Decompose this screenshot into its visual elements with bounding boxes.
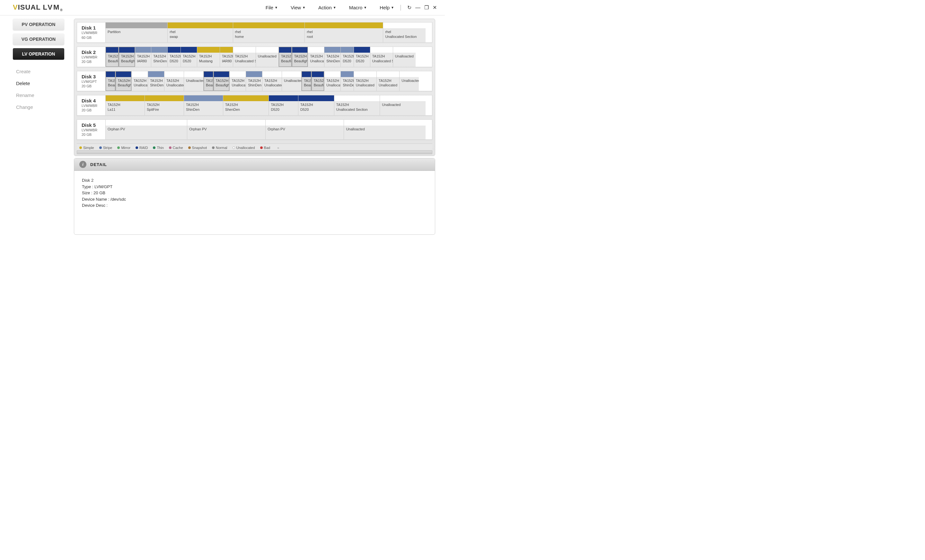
action-delete[interactable]: Delete <box>16 77 69 89</box>
segment[interactable]: TA152HUnallocated <box>262 71 282 91</box>
action-create[interactable]: Create <box>16 66 69 77</box>
segment[interactable]: TA152HShinDen <box>340 71 354 91</box>
action-change[interactable]: Change <box>16 101 69 113</box>
close-icon[interactable]: ✕ <box>432 5 437 11</box>
legend-raid: RAID <box>136 146 148 150</box>
segment[interactable]: TA152HD520 <box>181 47 197 67</box>
segment[interactable]: Unalloacted <box>256 47 279 67</box>
segment[interactable]: Unalloacted <box>380 95 425 115</box>
segment[interactable]: TA152HD520 <box>340 47 354 67</box>
segment[interactable]: TA152HShinDen <box>184 95 223 115</box>
detail-line: Disk 2 <box>82 177 427 184</box>
segment[interactable]: Unalloacted <box>399 71 419 91</box>
segment[interactable]: Unalloacted <box>393 47 416 67</box>
segment[interactable]: TA152HUnallocated <box>354 71 377 91</box>
menu-bar: File▼View▼Action▼Macro▼Help▼ ↻ — ❐ ✕ <box>266 5 437 11</box>
segment[interactable]: TA152HD520 <box>268 95 298 115</box>
segment[interactable]: TA152HBeaufighter <box>279 47 292 67</box>
segment[interactable]: TA152HShinDen <box>148 71 164 91</box>
disk-row-2: Disk 2LVM/MBR20 GBTA152HBeaufighterTA152… <box>77 47 432 67</box>
segment[interactable]: rhelUnallocated Section <box>383 23 425 42</box>
segment[interactable]: TA152HUnallocated Section <box>370 47 393 67</box>
segment[interactable]: TA152HUnallocated Section <box>233 47 256 67</box>
segment[interactable]: Orphan PV <box>187 120 265 140</box>
segment[interactable]: TA152HMustang <box>197 47 220 67</box>
segment[interactable]: Partition <box>105 23 167 42</box>
disk-label[interactable]: Disk 1LVM/MBR60 GB <box>77 23 105 42</box>
logo-isual: ISUAL <box>18 3 41 11</box>
disk-row-5: Disk 5LVM/MBR20 GBOrphan PVOrphan PVOrph… <box>77 119 432 140</box>
segment[interactable]: TA152HBeaufighter <box>105 47 119 67</box>
segment[interactable]: TA152HIAR80 <box>220 47 233 67</box>
menu-action[interactable]: Action▼ <box>318 5 336 10</box>
segment[interactable]: Unalloacted <box>184 71 203 91</box>
detail-body: Disk 2Type : LVM/GPTSize : 20 GBDevice N… <box>74 171 435 215</box>
disk-label[interactable]: Disk 3LVM/GPT20 GB <box>77 71 105 91</box>
legend-cache: Cache <box>169 146 183 150</box>
disk-label[interactable]: Disk 4LVM/MBR20 GB <box>77 95 105 115</box>
segment[interactable]: TA152HBeaufighter <box>203 71 213 91</box>
segment[interactable]: Unalloacted <box>282 71 301 91</box>
segment[interactable]: TA152HUnallocated <box>324 71 340 91</box>
segment[interactable]: rhelroot <box>304 23 383 42</box>
menu-view[interactable]: View▼ <box>291 5 306 10</box>
segment[interactable]: TA152HUnallocated <box>377 71 399 91</box>
segment[interactable]: rhelhome <box>233 23 305 42</box>
segment[interactable]: TA152HD520 <box>167 47 181 67</box>
segment[interactable]: TA152HShinDen <box>324 47 340 67</box>
segment[interactable]: TA152HUnallocated <box>164 71 184 91</box>
segment[interactable]: TA152HD520 <box>298 95 334 115</box>
legend-collapse-icon[interactable]: « <box>277 146 279 150</box>
horizontal-scrollbar[interactable] <box>77 150 432 154</box>
segment[interactable]: TA152HUnallocated <box>131 71 148 91</box>
disk-row-4: Disk 4LVM/MBR20 GBTA152HLa11TA152HSpitFi… <box>77 95 432 116</box>
legend-snapshot: Snapshot <box>188 146 207 150</box>
op-pv-operation[interactable]: PV OPERATION <box>13 19 64 30</box>
disk-label[interactable]: Disk 5LVM/MBR20 GB <box>77 120 105 140</box>
disk-row-1: Disk 1LVM/MBR60 GBPartitionrhelswaprhelh… <box>77 22 432 43</box>
action-rename[interactable]: Rename <box>16 89 69 101</box>
app-header: VISUAL LVM® File▼View▼Action▼Macro▼Help▼… <box>0 0 445 15</box>
logo-reg: ® <box>60 8 63 12</box>
menu-file[interactable]: File▼ <box>266 5 278 10</box>
segment[interactable]: TA152HBeaufighter <box>115 71 132 91</box>
minimize-icon[interactable]: — <box>415 5 420 11</box>
segment[interactable]: TA152HUnallocated Section <box>334 95 380 115</box>
segment[interactable]: TA152HUnallocated <box>229 71 246 91</box>
detail-header: i DETAIL <box>74 158 435 171</box>
segment[interactable]: TA152HShinDen <box>246 71 262 91</box>
op-lv-operation[interactable]: LV OPERATION <box>13 48 64 60</box>
segment[interactable]: TA152HShenDen <box>223 95 268 115</box>
segment[interactable]: TA152HShinDen <box>151 47 167 67</box>
detail-line: Type : LVM/GPT <box>82 184 427 190</box>
menu-macro[interactable]: Macro▼ <box>349 5 367 10</box>
segment[interactable]: Unalloacted <box>343 120 425 140</box>
segment[interactable]: TA152HBeaufighter <box>292 47 308 67</box>
disk-area: Disk 1LVM/MBR60 GBPartitionrhelswaprhelh… <box>74 19 435 156</box>
legend-mirror: Mirror <box>117 146 130 150</box>
maximize-icon[interactable]: ❐ <box>424 5 429 11</box>
sidebar: PV OPERATIONVG OPERATIONLV OPERATION Cre… <box>0 19 74 235</box>
disk-label[interactable]: Disk 2LVM/MBR20 GB <box>77 47 105 67</box>
segment[interactable]: Orphan PV <box>105 120 187 140</box>
segment[interactable]: TA152HBeaufighter <box>311 71 324 91</box>
menu-help[interactable]: Help▼ <box>380 5 394 10</box>
segment[interactable]: TA152HD520 <box>354 47 370 67</box>
legend-simple: Simple <box>79 146 94 150</box>
segment[interactable]: TA152HIAR80 <box>135 47 151 67</box>
op-vg-operation[interactable]: VG OPERATION <box>13 33 64 45</box>
segment[interactable]: TA152HSpitFire <box>145 95 184 115</box>
refresh-icon[interactable]: ↻ <box>407 5 411 11</box>
segment[interactable]: TA152HUnallocated <box>308 47 324 67</box>
info-icon: i <box>79 161 86 168</box>
segment[interactable]: TA152HBeaufighter <box>105 71 115 91</box>
segment[interactable]: TA152HLa11 <box>105 95 145 115</box>
detail-panel: i DETAIL Disk 2Type : LVM/GPTSize : 20 G… <box>74 158 435 235</box>
segment[interactable]: Orphan PV <box>265 120 343 140</box>
legend-unallocated: Unallocated <box>232 146 255 150</box>
legend-normal: Normal <box>212 146 227 150</box>
segment[interactable]: TA152HBeaufighter <box>213 71 230 91</box>
segment[interactable]: TA152HBeaufighter <box>119 47 135 67</box>
segment[interactable]: rhelswap <box>167 23 232 42</box>
segment[interactable]: TA152HBeaufighter <box>301 71 311 91</box>
